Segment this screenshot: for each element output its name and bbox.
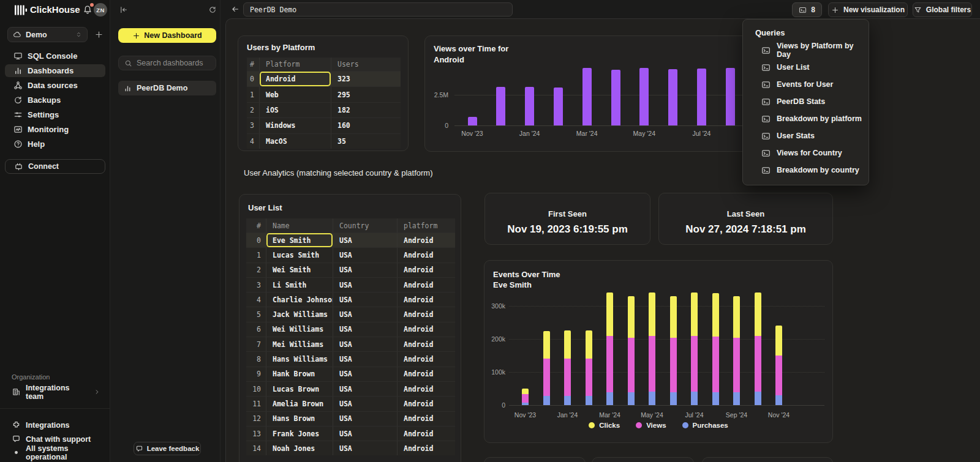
table-row-12[interactable]: 12Hans BrownUSAAndroid <box>246 411 455 426</box>
cell[interactable]: 182 <box>331 103 401 117</box>
cell[interactable]: Mei Williams <box>266 337 333 351</box>
cell[interactable]: 1 <box>246 248 266 262</box>
query-menu-item-user-list[interactable]: User List <box>743 59 869 76</box>
cell[interactable]: USA <box>333 441 397 455</box>
cell[interactable]: Android <box>397 367 455 381</box>
cell[interactable]: Android <box>397 382 455 396</box>
table-row-9[interactable]: 9Hank BrownUSAAndroid <box>246 367 455 381</box>
table-row-1[interactable]: 1Lucas SmithUSAAndroid <box>246 247 455 262</box>
query-menu-item-user-stats[interactable]: User Stats <box>743 127 869 144</box>
cell[interactable]: Lucas Smith <box>266 248 333 262</box>
cell[interactable]: 4 <box>246 292 266 307</box>
new-visualization-button[interactable]: New visualization <box>828 2 908 17</box>
query-menu-item-views-for-country[interactable]: Views for Country <box>743 144 869 162</box>
cell[interactable]: USA <box>333 412 397 426</box>
table-row-2[interactable]: 2iOS182 <box>247 102 401 117</box>
cell[interactable]: USA <box>333 233 397 247</box>
cell[interactable]: USA <box>333 322 397 337</box>
sidebar-item-help[interactable]: Help <box>5 138 105 151</box>
cell[interactable]: Android <box>259 72 331 86</box>
cell[interactable]: USA <box>333 352 397 366</box>
cell[interactable]: Android <box>397 292 455 307</box>
cell[interactable]: 9 <box>246 367 266 381</box>
new-dashboard-button[interactable]: New Dashboard <box>118 28 216 43</box>
cell[interactable]: Wei Smith <box>266 263 333 277</box>
sidebar-item-dashboards[interactable]: Dashboards <box>5 64 105 77</box>
search-dashboards-input[interactable] <box>137 59 210 67</box>
legend-item-clicks[interactable]: Clicks <box>589 422 620 429</box>
cell[interactable]: 13 <box>246 427 266 441</box>
add-workspace-button[interactable] <box>94 30 104 39</box>
table-row-0[interactable]: 0Android323 <box>247 71 401 86</box>
cell[interactable]: Android <box>397 322 455 337</box>
cell[interactable]: 0 <box>247 72 259 86</box>
sidebar-item-monitoring[interactable]: Monitoring <box>5 123 105 136</box>
cell[interactable]: 6 <box>246 322 266 337</box>
organization-team-button[interactable]: Integrations team <box>5 386 105 398</box>
cell[interactable]: Amelia Brown <box>266 397 333 411</box>
back-button[interactable] <box>231 5 239 13</box>
cell[interactable]: Hank Brown <box>266 367 333 381</box>
cell[interactable]: Android <box>397 337 455 351</box>
cell[interactable]: 295 <box>331 87 401 102</box>
cell[interactable]: USA <box>333 248 397 262</box>
table-row-3[interactable]: 3Li SmithUSAAndroid <box>246 277 455 292</box>
cell[interactable]: 7 <box>246 337 266 351</box>
sidebar-item-backups[interactable]: Backups <box>5 94 105 106</box>
cell[interactable]: Android <box>397 427 455 441</box>
cell[interactable]: Noah Jones <box>266 441 333 455</box>
cell[interactable]: 0 <box>246 233 266 247</box>
cell[interactable]: Jack Williams <box>266 307 333 321</box>
cell[interactable]: USA <box>333 427 397 441</box>
query-menu-item-breakdown-by-country[interactable]: Breakdown by country <box>743 162 869 179</box>
cell[interactable]: USA <box>333 337 397 351</box>
cell[interactable]: 3 <box>246 278 266 292</box>
cell[interactable]: 11 <box>246 397 266 411</box>
cell[interactable]: Android <box>397 397 455 411</box>
cell[interactable]: MacOS <box>259 134 331 149</box>
legend-item-views[interactable]: Views <box>636 422 666 429</box>
table-row-1[interactable]: 1Web295 <box>247 86 401 102</box>
cell[interactable]: Android <box>397 352 455 366</box>
cell[interactable]: Windows <box>259 118 331 133</box>
cell[interactable]: Wei Williams <box>266 322 333 337</box>
system-status[interactable]: All systems operational <box>5 446 105 459</box>
cell[interactable]: 3 <box>247 118 259 133</box>
search-dashboards-box[interactable] <box>118 56 216 70</box>
cell[interactable]: 12 <box>246 412 266 426</box>
cell[interactable]: iOS <box>259 103 331 117</box>
table-row-4[interactable]: 4MacOS35 <box>247 133 401 149</box>
dashboard-title-input[interactable] <box>243 2 513 17</box>
cell[interactable]: 2 <box>246 263 266 277</box>
table-row-8[interactable]: 8Hans WilliamsUSAAndroid <box>246 351 455 366</box>
query-menu-item-views-by-platform-by-day[interactable]: Views by Platform by Day <box>743 42 869 59</box>
legend-item-purchases[interactable]: Purchases <box>682 422 728 429</box>
cell[interactable]: Android <box>397 307 455 321</box>
cell[interactable]: Android <box>397 248 455 262</box>
sidebar-item-settings[interactable]: Settings <box>5 108 105 121</box>
table-row-6[interactable]: 6Wei WilliamsUSAAndroid <box>246 322 455 337</box>
table-row-13[interactable]: 13Frank JonesUSAAndroid <box>246 426 455 441</box>
cell[interactable]: 4 <box>247 134 259 149</box>
collapse-panel-button[interactable] <box>119 6 128 14</box>
cell[interactable]: Charlie Johnson <box>266 292 333 307</box>
cell[interactable]: USA <box>333 307 397 321</box>
cell[interactable]: Android <box>397 263 455 277</box>
cell[interactable]: Eve Smith <box>266 233 333 247</box>
dashboard-item-peerdb-demo[interactable]: PeerDB Demo <box>118 81 216 95</box>
cell[interactable]: Hans Williams <box>266 352 333 366</box>
table-row-3[interactable]: 3Windows160 <box>247 117 401 133</box>
table-row-10[interactable]: 10Lucas BrownUSAAndroid <box>246 381 455 396</box>
cell[interactable]: USA <box>333 382 397 396</box>
cell[interactable]: Hans Brown <box>266 412 333 426</box>
table-row-11[interactable]: 11Amelia BrownUSAAndroid <box>246 396 455 411</box>
cell[interactable]: Android <box>397 233 455 247</box>
cell[interactable]: 10 <box>246 382 266 396</box>
table-row-14[interactable]: 14Noah JonesUSAAndroid <box>246 441 455 455</box>
query-menu-item-events-for-user[interactable]: Events for User <box>743 76 869 93</box>
cell[interactable]: USA <box>333 278 397 292</box>
query-menu-item-breakdown-by-platform[interactable]: Breakdown by platform <box>743 110 869 127</box>
sidebar-item-data-sources[interactable]: Data sources <box>5 79 105 92</box>
cell[interactable]: 1 <box>247 87 259 102</box>
cell[interactable]: Lucas Brown <box>266 382 333 396</box>
